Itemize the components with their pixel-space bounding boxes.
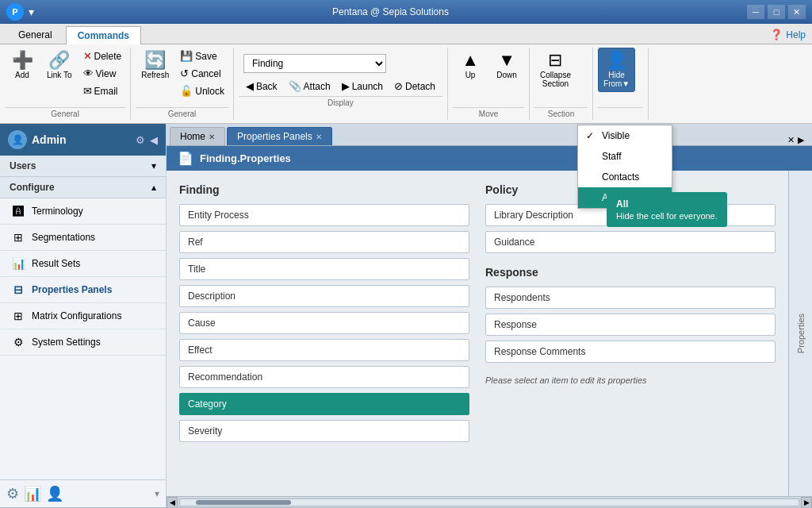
right-panel[interactable]: Properties: [788, 171, 812, 496]
properties-panels-label: Properties Panels: [32, 284, 112, 295]
sidebar-item-result-sets[interactable]: 📊 Result Sets: [0, 251, 166, 277]
move-group-label: Move: [453, 107, 524, 120]
terminology-icon: 🅰: [11, 204, 25, 218]
response-item-response[interactable]: Response: [485, 314, 776, 336]
detach-button[interactable]: ⊘ Detach: [390, 78, 439, 94]
tooltip-text: Hide the cell for everyone.: [616, 211, 718, 221]
help-button[interactable]: Help: [786, 29, 806, 40]
response-item-response-comments[interactable]: Response Comments: [485, 341, 776, 363]
finding-item-severity[interactable]: Severity: [179, 420, 469, 442]
title-bar-controls: ─ □ ✕: [747, 5, 806, 19]
sidebar-section-configure-arrow: ▴: [151, 182, 156, 193]
ribbon-group-hide-from: 👤 HideFrom▼: [593, 48, 649, 120]
dropdown-item-contacts[interactable]: Contacts: [578, 167, 672, 187]
save-label: Save: [195, 51, 216, 62]
view-button[interactable]: 👁 View: [79, 65, 126, 82]
email-button[interactable]: ✉ Email: [79, 83, 126, 99]
save-button[interactable]: 💾 Save: [176, 48, 228, 64]
segmentations-icon: ⊞: [11, 230, 25, 244]
delete-icon: ✕: [83, 50, 92, 62]
policy-item-guidance[interactable]: Guidance: [485, 231, 776, 253]
back-button[interactable]: ◀ Back: [242, 78, 282, 94]
scroll-thumb: [196, 500, 291, 505]
email-label: Email: [94, 86, 118, 97]
unlock-button[interactable]: 🔓 Unlock: [176, 83, 228, 99]
sidebar-item-matrix-configurations[interactable]: ⊞ Matrix Configurations: [0, 303, 166, 329]
up-button[interactable]: ▲ Up: [453, 48, 488, 83]
finding-item-cause[interactable]: Cause: [179, 312, 469, 334]
dropdown-item-visible[interactable]: Visible: [578, 125, 672, 146]
minimize-button[interactable]: ─: [747, 5, 764, 19]
finding-section-title: Finding: [179, 183, 469, 196]
panel-title-icon: 📄: [178, 151, 193, 166]
finding-item-entity-process[interactable]: Entity Process: [179, 204, 469, 226]
dropdown-item-visible-label: Visible: [602, 130, 630, 141]
panel-control-expand[interactable]: ▶: [798, 135, 804, 145]
add-button[interactable]: ➕ Add: [5, 48, 40, 83]
launch-button[interactable]: ▶ Launch: [338, 78, 387, 94]
link-icon: 🔗: [48, 52, 70, 69]
link-to-button[interactable]: 🔗 Link To: [41, 48, 78, 83]
collapse-label: CollapseSection: [540, 71, 571, 88]
tab-general[interactable]: General: [6, 25, 64, 44]
down-button[interactable]: ▼ Down: [489, 48, 524, 83]
app-menu-icon[interactable]: ▾: [29, 6, 34, 18]
refresh-icon: 🔄: [144, 52, 166, 69]
sidebar-collapse-icon[interactable]: ◀: [150, 134, 158, 146]
sidebar-section-users-header[interactable]: Users ▾: [0, 156, 166, 177]
finding-item-title[interactable]: Title: [179, 258, 469, 280]
sidebar-item-properties-panels[interactable]: ⊟ Properties Panels: [0, 277, 166, 303]
general-group-label: General: [5, 107, 125, 120]
sidebar-item-terminology[interactable]: 🅰 Terminology: [0, 198, 166, 225]
attach-button[interactable]: 📎 Attach: [285, 78, 335, 94]
dropdown-item-contacts-label: Contacts: [602, 171, 639, 183]
system-settings-icon: ⚙: [11, 335, 25, 349]
sidebar-footer-btn-2[interactable]: 📊: [24, 485, 41, 502]
back-label: Back: [256, 81, 278, 92]
sidebar-settings-icon[interactable]: ⚙: [136, 134, 145, 146]
ribbon-group-display: Finding ◀ Back 📎 Attach ▶ Launch: [234, 48, 448, 120]
refresh-button[interactable]: 🔄 Refresh: [136, 48, 174, 83]
finding-item-ref[interactable]: Ref: [179, 231, 469, 253]
tab-commands[interactable]: Commands: [66, 26, 141, 44]
collapse-button[interactable]: ⊟ CollapseSection: [534, 48, 576, 92]
maximize-button[interactable]: □: [768, 5, 785, 19]
hide-from-button[interactable]: 👤 HideFrom▼: [598, 48, 635, 92]
horizontal-scrollbar[interactable]: ◀ ▶: [167, 496, 812, 507]
email-icon: ✉: [83, 85, 92, 97]
scroll-track[interactable]: [179, 498, 799, 506]
finding-item-category[interactable]: Category: [179, 393, 469, 415]
panel-control-close[interactable]: ✕: [787, 135, 795, 145]
tab-home-close[interactable]: ✕: [209, 133, 215, 141]
finding-item-effect[interactable]: Effect: [179, 339, 469, 361]
tab-properties-panels-close[interactable]: ✕: [316, 133, 322, 141]
sidebar-section-users-label: Users: [10, 160, 36, 171]
add-label: Add: [15, 71, 29, 79]
sidebar-section-configure-header[interactable]: Configure ▴: [0, 177, 166, 198]
section-group-label: Section: [534, 107, 588, 120]
tab-properties-panels[interactable]: Properties Panels ✕: [227, 127, 332, 145]
delete-button[interactable]: ✕ Delete: [79, 48, 126, 64]
sidebar-header-left: 👤 Admin: [8, 130, 67, 149]
sidebar-item-system-settings[interactable]: ⚙ System Settings: [0, 329, 166, 356]
tab-home[interactable]: Home ✕: [170, 127, 225, 145]
finding-item-description[interactable]: Description: [179, 285, 469, 307]
response-item-respondents[interactable]: Respondents: [485, 287, 776, 309]
sidebar-footer: ⚙ 📊 👤 ▾: [0, 479, 166, 507]
display-dropdown[interactable]: Finding: [243, 54, 386, 73]
close-button[interactable]: ✕: [788, 5, 806, 19]
scroll-right-button[interactable]: ▶: [801, 497, 812, 508]
refresh-group-label: General: [136, 107, 228, 120]
sidebar-footer-btn-3[interactable]: 👤: [46, 485, 63, 502]
dropdown-item-staff[interactable]: Staff: [578, 146, 672, 167]
finding-item-recommendation[interactable]: Recommendation: [179, 366, 469, 388]
cancel-button[interactable]: ↺ Cancel: [176, 65, 228, 82]
sidebar-item-segmentations[interactable]: ⊞ Segmentations: [0, 225, 166, 251]
title-bar-left: P ▾: [6, 3, 34, 21]
sidebar-footer-arrow[interactable]: ▾: [155, 488, 159, 499]
ribbon-group-move-content: ▲ Up ▼ Down: [453, 48, 524, 106]
scroll-left-button[interactable]: ◀: [167, 497, 178, 508]
response-section-title: Response: [485, 266, 776, 279]
sidebar-footer-btn-1[interactable]: ⚙: [6, 485, 19, 502]
content-area: Home ✕ Properties Panels ✕ ✕ ▶ 📄 Finding…: [167, 124, 812, 507]
